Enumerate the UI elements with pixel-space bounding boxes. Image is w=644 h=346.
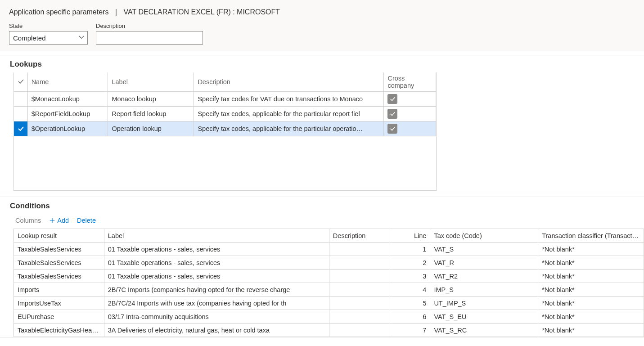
cell-label[interactable]: 01 Taxable operations - sales, services [104, 256, 329, 270]
row-selector[interactable] [14, 107, 27, 121]
cell-line[interactable]: 2 [389, 256, 430, 270]
description-input[interactable] [96, 31, 203, 45]
cell-lookup[interactable]: EUPurchase [14, 310, 104, 324]
table-row[interactable]: TaxableSalesServices01 Taxable operation… [14, 256, 644, 270]
cell-description[interactable] [329, 256, 389, 270]
cell-line[interactable]: 6 [389, 310, 430, 324]
breadcrumb-part2: VAT DECLARATION EXCEL (FR) : MICROSOFT [124, 8, 280, 16]
row-selector[interactable] [14, 121, 27, 136]
cell-cross-company[interactable] [384, 121, 436, 136]
columns-button[interactable]: Columns [15, 217, 41, 224]
description-field-group: Description [96, 22, 203, 45]
cell-tc[interactable]: *Not blank* [538, 297, 644, 310]
cell-lookup[interactable]: ImportsUseTax [14, 297, 104, 310]
table-row[interactable]: TaxableSalesServices01 Taxable operation… [14, 270, 644, 283]
cell-label[interactable]: 01 Taxable operations - sales, services [104, 270, 329, 283]
cell-label[interactable]: 01 Taxable operations - sales, services [104, 243, 329, 256]
cell-tc[interactable]: *Not blank* [538, 270, 644, 283]
cell-lookup[interactable]: TaxableElectricityGasHea… [14, 324, 104, 337]
cell-tc[interactable]: *Not blank* [538, 243, 644, 256]
add-label: Add [57, 217, 69, 224]
conditions-header-description[interactable]: Description [329, 229, 389, 243]
table-row[interactable]: $ReportFieldLookupReport field lookupSpe… [14, 107, 436, 121]
conditions-title: Conditions [0, 197, 644, 214]
cell-tax[interactable]: IMP_S [430, 283, 538, 297]
state-label: State [9, 22, 88, 29]
lookups-header-row: Name Label Description Cross company [14, 72, 436, 92]
cell-description[interactable]: Specify tax codes, applicable for the pa… [194, 107, 384, 121]
cell-line[interactable]: 7 [389, 324, 430, 337]
cell-line[interactable]: 1 [389, 243, 430, 256]
table-row[interactable]: TaxableSalesServices01 Taxable operation… [14, 243, 644, 256]
cell-label[interactable]: Report field lookup [108, 107, 194, 121]
cell-tc[interactable]: *Not blank* [538, 310, 644, 324]
state-value: Completed [13, 34, 46, 42]
cell-tax[interactable]: VAT_S_RC [430, 324, 538, 337]
cell-lookup[interactable]: TaxableSalesServices [14, 243, 104, 256]
table-row[interactable]: $MonacoLookupMonaco lookupSpecify tax co… [14, 92, 436, 107]
cell-label[interactable]: Operation lookup [108, 121, 194, 136]
conditions-header-line[interactable]: Line [389, 229, 430, 243]
cell-tc[interactable]: *Not blank* [538, 283, 644, 297]
cell-description[interactable] [329, 270, 389, 283]
cell-description[interactable]: Specify tax codes, applicable for the pa… [194, 121, 384, 136]
cell-name[interactable]: $MonacoLookup [27, 92, 108, 107]
cell-description[interactable]: Specify tax codes for VAT due on transac… [194, 92, 384, 107]
lookups-header-name[interactable]: Name [27, 72, 108, 92]
cell-description[interactable] [329, 324, 389, 337]
delete-button[interactable]: Delete [77, 217, 96, 224]
table-row[interactable]: TaxableElectricityGasHea…3A Deliveries o… [14, 324, 644, 337]
description-label: Description [96, 22, 203, 29]
table-row[interactable]: Imports2B/7C Imports (companies having o… [14, 283, 644, 297]
state-dropdown[interactable]: Completed [9, 31, 88, 45]
cell-description[interactable] [329, 310, 389, 324]
cell-line[interactable]: 4 [389, 283, 430, 297]
cell-label[interactable]: 3A Deliveries of electricity, natural ga… [104, 324, 329, 337]
conditions-grid: Lookup result Label Description Line Tax… [14, 229, 644, 337]
cell-description[interactable] [329, 283, 389, 297]
check-icon [14, 125, 27, 132]
conditions-header-lookup[interactable]: Lookup result [14, 229, 104, 243]
cell-tc[interactable]: *Not blank* [538, 256, 644, 270]
cell-tax[interactable]: VAT_R2 [430, 270, 538, 283]
cell-label[interactable]: Monaco lookup [108, 92, 194, 107]
add-button[interactable]: Add [49, 217, 69, 224]
cell-lookup[interactable]: Imports [14, 283, 104, 297]
cell-cross-company[interactable] [384, 107, 436, 121]
conditions-header-tax[interactable]: Tax code (Code) [430, 229, 538, 243]
cell-lookup[interactable]: TaxableSalesServices [14, 270, 104, 283]
lookups-header-description[interactable]: Description [194, 72, 384, 92]
cell-line[interactable]: 5 [389, 297, 430, 310]
cell-name[interactable]: $OperationLookup [27, 121, 108, 136]
table-row[interactable]: ImportsUseTax2B/7C/24 Imports with use t… [14, 297, 644, 310]
conditions-section: Conditions Columns Add Delete Lookup res… [0, 197, 644, 337]
row-selector[interactable] [14, 92, 27, 107]
cell-name[interactable]: $ReportFieldLookup [27, 107, 108, 121]
conditions-header-label[interactable]: Label [104, 229, 329, 243]
table-row[interactable]: EUPurchase03/17 Intra-community acquisit… [14, 310, 644, 324]
cell-tc[interactable]: *Not blank* [538, 324, 644, 337]
conditions-header-row: Lookup result Label Description Line Tax… [14, 229, 644, 243]
cell-label[interactable]: 2B/7C Imports (companies having opted fo… [104, 283, 329, 297]
cell-tax[interactable]: VAT_S [430, 243, 538, 256]
cell-tax[interactable]: UT_IMP_S [430, 297, 538, 310]
cell-cross-company[interactable] [384, 92, 436, 107]
conditions-toolbar: Columns Add Delete [0, 214, 644, 229]
cell-tax[interactable]: VAT_S_EU [430, 310, 538, 324]
table-row[interactable]: $OperationLookupOperation lookupSpecify … [14, 121, 436, 136]
cell-lookup[interactable]: TaxableSalesServices [14, 256, 104, 270]
cell-description[interactable] [329, 297, 389, 310]
cell-description[interactable] [329, 243, 389, 256]
conditions-header-tc[interactable]: Transaction classifier (Transacti… [538, 229, 644, 243]
checkbox-checked-icon[interactable] [387, 109, 397, 119]
lookups-header-label[interactable]: Label [108, 72, 194, 92]
cell-tax[interactable]: VAT_R [430, 256, 538, 270]
lookups-header-cc[interactable]: Cross company [384, 72, 436, 92]
cell-label[interactable]: 2B/7C/24 Imports with use tax (companies… [104, 297, 329, 310]
checkbox-checked-icon[interactable] [387, 124, 397, 134]
checkbox-checked-icon[interactable] [387, 94, 397, 104]
cell-line[interactable]: 3 [389, 270, 430, 283]
lookups-section: Lookups Name Label Description Cross com… [0, 55, 644, 191]
lookups-header-select[interactable] [14, 72, 27, 92]
cell-label[interactable]: 03/17 Intra-community acquisitions [104, 310, 329, 324]
